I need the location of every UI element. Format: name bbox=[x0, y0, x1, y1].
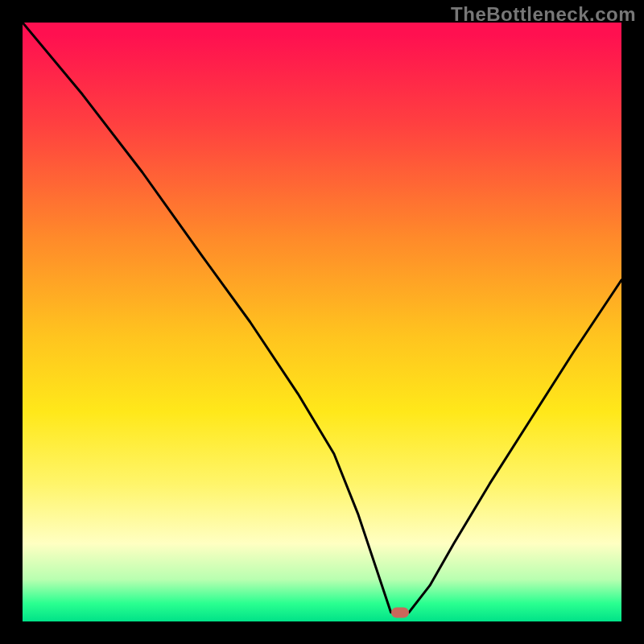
plot-area bbox=[23, 23, 621, 621]
watermark-text: TheBottleneck.com bbox=[451, 3, 636, 26]
optimal-point-marker bbox=[391, 607, 409, 617]
chart-frame: TheBottleneck.com bbox=[0, 0, 644, 644]
bottleneck-curve bbox=[23, 23, 621, 621]
